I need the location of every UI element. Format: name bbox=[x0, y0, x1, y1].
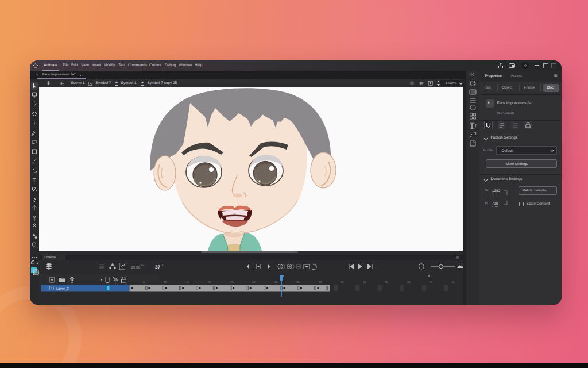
svg-text:28.00: 28.00 bbox=[131, 266, 141, 270]
svg-text:10: 10 bbox=[164, 281, 167, 284]
svg-text:75: 75 bbox=[451, 281, 455, 284]
svg-text:20: 20 bbox=[208, 281, 211, 284]
svg-text:Layer_3: Layer_3 bbox=[56, 287, 69, 291]
svg-text:50: 50 bbox=[341, 281, 344, 284]
svg-text:⋮: ⋮ bbox=[505, 197, 508, 201]
svg-text:fps: fps bbox=[141, 264, 144, 267]
svg-text:40: 40 bbox=[296, 281, 300, 284]
svg-text:60: 60 bbox=[385, 281, 388, 284]
svg-text:55: 55 bbox=[363, 281, 366, 284]
svg-text:5: 5 bbox=[143, 281, 145, 284]
svg-text:30: 30 bbox=[252, 281, 256, 284]
svg-text:70: 70 bbox=[429, 281, 432, 284]
svg-text:65: 65 bbox=[407, 281, 411, 284]
svg-text:25: 25 bbox=[230, 281, 234, 284]
svg-text:T: T bbox=[33, 178, 36, 184]
svg-text:35: 35 bbox=[274, 281, 278, 284]
svg-text:F: F bbox=[162, 264, 164, 267]
svg-text:45: 45 bbox=[319, 281, 322, 284]
svg-text:15: 15 bbox=[186, 281, 189, 284]
svg-text:37: 37 bbox=[155, 264, 160, 270]
